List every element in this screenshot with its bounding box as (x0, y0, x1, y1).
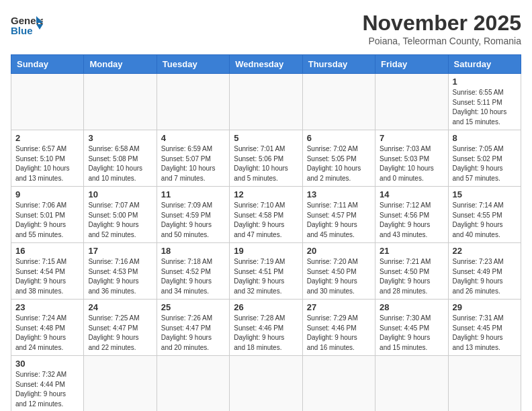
day-number: 9 (15, 189, 79, 199)
calendar-cell: 10Sunrise: 7:07 AM Sunset: 5:00 PM Dayli… (84, 187, 157, 243)
calendar-cell (230, 356, 302, 412)
day-number: 18 (161, 246, 225, 256)
day-number: 26 (234, 302, 298, 312)
col-header-saturday: Saturday (448, 55, 521, 74)
day-number: 7 (380, 133, 443, 143)
day-info: Sunrise: 7:24 AM Sunset: 4:48 PM Dayligh… (15, 314, 79, 353)
day-info: Sunrise: 7:30 AM Sunset: 4:45 PM Dayligh… (380, 314, 443, 353)
day-info: Sunrise: 7:12 AM Sunset: 4:56 PM Dayligh… (380, 201, 443, 240)
day-number: 21 (380, 246, 443, 256)
logo: General Blue (11, 11, 43, 38)
calendar-cell (157, 74, 229, 130)
day-info: Sunrise: 7:14 AM Sunset: 4:55 PM Dayligh… (453, 201, 517, 240)
day-number: 15 (453, 189, 517, 199)
title-area: November 2025 Poiana, Teleorman County, … (362, 11, 521, 46)
calendar-cell: 25Sunrise: 7:26 AM Sunset: 4:47 PM Dayli… (157, 300, 229, 356)
calendar-cell (375, 356, 448, 412)
day-number: 20 (307, 246, 371, 256)
calendar-cell: 24Sunrise: 7:25 AM Sunset: 4:47 PM Dayli… (84, 300, 157, 356)
calendar-cell: 18Sunrise: 7:18 AM Sunset: 4:52 PM Dayli… (157, 243, 229, 300)
day-info: Sunrise: 7:10 AM Sunset: 4:58 PM Dayligh… (234, 201, 298, 240)
calendar-cell: 15Sunrise: 7:14 AM Sunset: 4:55 PM Dayli… (448, 187, 521, 243)
day-number: 17 (88, 246, 152, 256)
day-info: Sunrise: 7:18 AM Sunset: 4:52 PM Dayligh… (161, 257, 225, 296)
day-number: 19 (234, 246, 298, 256)
calendar-table: SundayMondayTuesdayWednesdayThursdayFrid… (11, 54, 521, 411)
day-info: Sunrise: 7:29 AM Sunset: 4:46 PM Dayligh… (307, 314, 371, 353)
calendar-cell (11, 74, 84, 130)
day-number: 3 (88, 133, 152, 143)
calendar-cell: 6Sunrise: 7:02 AM Sunset: 5:05 PM Daylig… (302, 130, 375, 187)
calendar-cell: 1Sunrise: 6:55 AM Sunset: 5:11 PM Daylig… (448, 74, 521, 130)
calendar-cell: 8Sunrise: 7:05 AM Sunset: 5:02 PM Daylig… (448, 130, 521, 187)
day-info: Sunrise: 7:06 AM Sunset: 5:01 PM Dayligh… (15, 201, 79, 240)
day-info: Sunrise: 7:19 AM Sunset: 4:51 PM Dayligh… (234, 257, 298, 296)
calendar-cell (448, 356, 521, 412)
col-header-friday: Friday (375, 55, 448, 74)
col-header-thursday: Thursday (302, 55, 375, 74)
day-number: 2 (15, 133, 79, 143)
calendar-cell: 11Sunrise: 7:09 AM Sunset: 4:59 PM Dayli… (157, 187, 229, 243)
day-number: 4 (161, 133, 225, 143)
calendar-cell: 23Sunrise: 7:24 AM Sunset: 4:48 PM Dayli… (11, 300, 84, 356)
day-info: Sunrise: 6:55 AM Sunset: 5:11 PM Dayligh… (453, 88, 517, 127)
calendar-cell: 19Sunrise: 7:19 AM Sunset: 4:51 PM Dayli… (230, 243, 302, 300)
subtitle: Poiana, Teleorman County, Romania (362, 36, 521, 46)
calendar-cell (230, 74, 302, 130)
calendar-cell: 29Sunrise: 7:31 AM Sunset: 4:45 PM Dayli… (448, 300, 521, 356)
day-info: Sunrise: 7:05 AM Sunset: 5:02 PM Dayligh… (453, 144, 517, 183)
day-number: 29 (453, 302, 517, 312)
day-number: 6 (307, 133, 371, 143)
day-number: 23 (15, 302, 79, 312)
day-info: Sunrise: 7:15 AM Sunset: 4:54 PM Dayligh… (15, 257, 79, 296)
calendar-week-row: 23Sunrise: 7:24 AM Sunset: 4:48 PM Dayli… (11, 300, 521, 356)
calendar-cell (302, 356, 375, 412)
day-number: 22 (453, 246, 517, 256)
day-info: Sunrise: 7:20 AM Sunset: 4:50 PM Dayligh… (307, 257, 371, 296)
day-info: Sunrise: 7:01 AM Sunset: 5:06 PM Dayligh… (234, 144, 298, 183)
day-info: Sunrise: 6:57 AM Sunset: 5:10 PM Dayligh… (15, 144, 79, 183)
calendar-cell: 20Sunrise: 7:20 AM Sunset: 4:50 PM Dayli… (302, 243, 375, 300)
calendar-week-row: 2Sunrise: 6:57 AM Sunset: 5:10 PM Daylig… (11, 130, 521, 187)
calendar-cell: 27Sunrise: 7:29 AM Sunset: 4:46 PM Dayli… (302, 300, 375, 356)
day-info: Sunrise: 7:28 AM Sunset: 4:46 PM Dayligh… (234, 314, 298, 353)
day-number: 28 (380, 302, 443, 312)
day-number: 11 (161, 189, 225, 199)
logo-icon: General Blue (11, 11, 43, 38)
day-info: Sunrise: 7:09 AM Sunset: 4:59 PM Dayligh… (161, 201, 225, 240)
day-number: 14 (380, 189, 443, 199)
calendar-cell: 16Sunrise: 7:15 AM Sunset: 4:54 PM Dayli… (11, 243, 84, 300)
calendar-cell: 7Sunrise: 7:03 AM Sunset: 5:03 PM Daylig… (375, 130, 448, 187)
day-number: 25 (161, 302, 225, 312)
calendar-cell (84, 356, 157, 412)
calendar-cell: 3Sunrise: 6:58 AM Sunset: 5:08 PM Daylig… (84, 130, 157, 187)
day-info: Sunrise: 7:26 AM Sunset: 4:47 PM Dayligh… (161, 314, 225, 353)
col-header-sunday: Sunday (11, 55, 84, 74)
calendar-cell: 2Sunrise: 6:57 AM Sunset: 5:10 PM Daylig… (11, 130, 84, 187)
calendar-cell: 21Sunrise: 7:21 AM Sunset: 4:50 PM Dayli… (375, 243, 448, 300)
day-info: Sunrise: 7:03 AM Sunset: 5:03 PM Dayligh… (380, 144, 443, 183)
calendar-cell (375, 74, 448, 130)
calendar-week-row: 16Sunrise: 7:15 AM Sunset: 4:54 PM Dayli… (11, 243, 521, 300)
day-number: 5 (234, 133, 298, 143)
col-header-monday: Monday (84, 55, 157, 74)
calendar-week-row: 30Sunrise: 7:32 AM Sunset: 4:44 PM Dayli… (11, 356, 521, 412)
calendar-cell: 22Sunrise: 7:23 AM Sunset: 4:49 PM Dayli… (448, 243, 521, 300)
calendar-header-row: SundayMondayTuesdayWednesdayThursdayFrid… (11, 55, 521, 74)
day-number: 1 (453, 77, 517, 87)
day-number: 27 (307, 302, 371, 312)
calendar-cell: 26Sunrise: 7:28 AM Sunset: 4:46 PM Dayli… (230, 300, 302, 356)
day-info: Sunrise: 7:16 AM Sunset: 4:53 PM Dayligh… (88, 257, 152, 296)
col-header-wednesday: Wednesday (230, 55, 302, 74)
svg-marker-3 (36, 24, 43, 30)
day-number: 13 (307, 189, 371, 199)
day-info: Sunrise: 7:02 AM Sunset: 5:05 PM Dayligh… (307, 144, 371, 183)
calendar-cell: 4Sunrise: 6:59 AM Sunset: 5:07 PM Daylig… (157, 130, 229, 187)
day-info: Sunrise: 6:59 AM Sunset: 5:07 PM Dayligh… (161, 144, 225, 183)
calendar-cell: 17Sunrise: 7:16 AM Sunset: 4:53 PM Dayli… (84, 243, 157, 300)
col-header-tuesday: Tuesday (157, 55, 229, 74)
day-info: Sunrise: 7:11 AM Sunset: 4:57 PM Dayligh… (307, 201, 371, 240)
day-info: Sunrise: 6:58 AM Sunset: 5:08 PM Dayligh… (88, 144, 152, 183)
calendar-cell: 30Sunrise: 7:32 AM Sunset: 4:44 PM Dayli… (11, 356, 84, 412)
day-number: 24 (88, 302, 152, 312)
